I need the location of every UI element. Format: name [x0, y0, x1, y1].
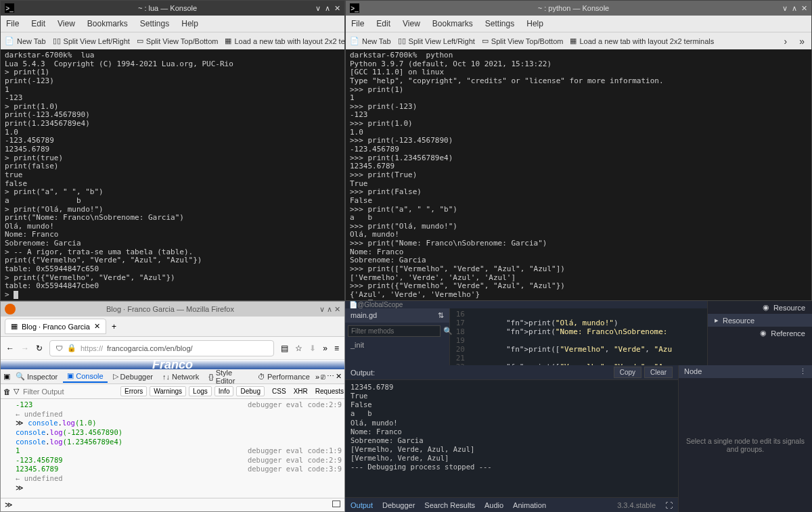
devtools-close-icon[interactable]: ✕	[336, 372, 342, 381]
output-body[interactable]: 12345.6789 True False a b Olá, mundo! No…	[345, 380, 678, 497]
more-icon[interactable]: ⋯	[327, 372, 334, 381]
split-tb-button[interactable]: ▭ Split View Top/Bottom	[482, 37, 564, 45]
tab-animation[interactable]: Animation	[513, 501, 546, 509]
tab-output[interactable]: Output	[351, 501, 373, 509]
split-lr-button[interactable]: ▯▯ Split View Left/Right	[53, 37, 130, 45]
reader-icon[interactable]: ▤	[281, 344, 288, 353]
python-terminal[interactable]: darkstar-6700k% python Python 3.9.7 (def…	[346, 49, 811, 300]
firefox-titlebar[interactable]: Blog · Franco Garcia — Mozilla Firefox ∨…	[1, 302, 344, 317]
console-line: console.log(-123.4567890)	[3, 428, 342, 438]
godot-script-editor: 📄 @GlobalScope main.gd⇅ 🔍 _init 1617 "fn…	[345, 301, 707, 365]
python-menubar: File Edit View Bookmarks Settings Help	[346, 16, 811, 32]
resource-header[interactable]: ▸ Resource	[708, 314, 812, 327]
trash-icon[interactable]: 🗑	[3, 388, 11, 396]
code-editor[interactable]: 1617 "fn">print("Olá, mundo!")18 "fn">pr…	[450, 308, 707, 373]
new-tab-button[interactable]: 📄 New Tab	[5, 37, 46, 45]
menu-view[interactable]: View	[403, 19, 420, 28]
new-tab-button[interactable]: +	[112, 322, 116, 331]
node-icon: ◉	[760, 329, 767, 338]
chip-debug[interactable]: Debug	[236, 386, 264, 396]
close-icon[interactable]: ✕	[334, 4, 340, 13]
split-lr-button[interactable]: ▯▯ Split View Left/Right	[398, 37, 475, 45]
menu-help[interactable]: Help	[181, 19, 198, 28]
menu-help[interactable]: Help	[526, 19, 543, 28]
menu-file[interactable]: File	[6, 19, 19, 28]
split-tb-button[interactable]: ▭ Split View Top/Bottom	[137, 37, 219, 45]
tab-console[interactable]: ▣Console	[63, 370, 107, 383]
overflow-icon[interactable]: »	[315, 373, 319, 381]
reference-row[interactable]: ◉Reference	[708, 327, 812, 340]
inspector-panel: ◉Resource ▸ Resource ◉Reference	[707, 301, 812, 365]
devtools-panel: ▣ 🔍Inspector ▣Console ▷Debugger ↑↓Networ…	[1, 369, 344, 511]
chip-css[interactable]: CSS	[272, 388, 286, 395]
more-icon[interactable]: ⋮	[799, 367, 807, 376]
new-tab-button[interactable]: 📄 New Tab	[350, 37, 391, 45]
chip-requests[interactable]: Requests	[315, 388, 344, 395]
menu-view[interactable]: View	[58, 19, 75, 28]
tab-style[interactable]: {}Style Editor	[204, 367, 252, 386]
maximize-icon[interactable]: ∧	[327, 305, 332, 314]
tab-favicon-icon: ▦	[11, 322, 18, 331]
menu-bookmarks[interactable]: Bookmarks	[87, 19, 128, 28]
reload-button[interactable]: ↻	[36, 344, 43, 353]
python-konsole-window: >_ ~ : python — Konsole ∨ ∧ ✕ File Edit …	[345, 0, 812, 301]
chip-xhr[interactable]: XHR	[294, 388, 308, 395]
bookmark-icon[interactable]: ☆	[295, 344, 302, 353]
menu-settings[interactable]: Settings	[485, 19, 514, 28]
script-file-tab[interactable]: main.gd⇅	[345, 308, 449, 323]
chip-logs[interactable]: Logs	[189, 386, 212, 396]
tab-search[interactable]: Search Results	[424, 501, 475, 509]
script-breadcrumb: 📄 @GlobalScope	[345, 301, 707, 308]
toolbar-right-icon[interactable]: ›	[782, 36, 790, 47]
node-tab[interactable]: Node⋮	[679, 365, 812, 378]
minimize-icon[interactable]: ∨	[782, 4, 788, 13]
tab-inspector[interactable]: 🔍Inspector	[12, 371, 62, 382]
distraction-free-icon[interactable]: ⛶	[665, 501, 673, 509]
console-output[interactable]: -123debugger eval code:2:9← undefined≫ c…	[1, 399, 344, 498]
downloads-icon[interactable]: ⬇	[309, 344, 316, 353]
resource-row[interactable]: ◉Resource	[708, 301, 812, 314]
chip-warnings[interactable]: Warnings	[150, 386, 186, 396]
swap-icon[interactable]: ⇅	[438, 311, 444, 320]
close-icon[interactable]: ✕	[334, 305, 340, 314]
browser-tab[interactable]: ▦ Blog · Franco Garcia ✕	[5, 319, 106, 334]
menu-bookmarks[interactable]: Bookmarks	[432, 19, 473, 28]
overflow-icon[interactable]: »	[323, 344, 328, 353]
back-button[interactable]: ←	[6, 344, 14, 353]
close-icon[interactable]: ✕	[801, 4, 807, 13]
menu-settings[interactable]: Settings	[140, 19, 169, 28]
forward-button[interactable]: →	[21, 344, 29, 353]
menu-file[interactable]: File	[351, 19, 364, 28]
tab-close-icon[interactable]: ✕	[94, 322, 100, 331]
maximize-icon[interactable]: ∧	[325, 4, 330, 13]
chip-errors[interactable]: Errors	[120, 386, 147, 396]
toolbar-overflow-icon[interactable]: »	[796, 36, 807, 47]
lua-title: ~ : lua — Konsole	[20, 4, 315, 12]
clear-button[interactable]: Clear	[644, 367, 673, 378]
filter-methods-input[interactable]	[348, 325, 441, 337]
hamburger-icon[interactable]: ≡	[334, 344, 339, 353]
lua-terminal[interactable]: darkstar-6700k% lua Lua 5.4.3 Copyright …	[1, 49, 344, 300]
split-console-icon[interactable]	[332, 501, 340, 507]
tab-perf[interactable]: ⏱Performance	[254, 371, 314, 382]
filter-input[interactable]	[22, 386, 118, 397]
dock-icon[interactable]: ▣	[3, 372, 10, 381]
lua-titlebar[interactable]: >_ ~ : lua — Konsole ∨ ∧ ✕	[1, 1, 344, 16]
tab-debugger[interactable]: ▷Debugger	[109, 371, 157, 382]
python-titlebar[interactable]: >_ ~ : python — Konsole ∨ ∧ ✕	[346, 1, 811, 16]
tab-network[interactable]: ↑↓Network	[158, 371, 203, 382]
tab-debugger[interactable]: Debugger	[382, 501, 415, 509]
maximize-icon[interactable]: ∧	[792, 4, 797, 13]
copy-button[interactable]: Copy	[614, 367, 641, 378]
method-init[interactable]: _init	[345, 340, 449, 350]
minimize-icon[interactable]: ∨	[319, 305, 325, 314]
menu-edit[interactable]: Edit	[376, 19, 390, 28]
url-input[interactable]: 🛡 🔒 https://francogarcia.com/en/blog/	[49, 340, 274, 356]
load-layout-button[interactable]: ▦ Load a new tab with layout 2x2 termina…	[570, 37, 714, 45]
tab-audio[interactable]: Audio	[484, 501, 503, 509]
menu-edit[interactable]: Edit	[31, 19, 45, 28]
responsive-icon[interactable]: ⎚	[321, 373, 325, 381]
cursor-icon	[14, 291, 18, 299]
minimize-icon[interactable]: ∨	[315, 4, 321, 13]
chip-info[interactable]: Info	[215, 386, 234, 396]
